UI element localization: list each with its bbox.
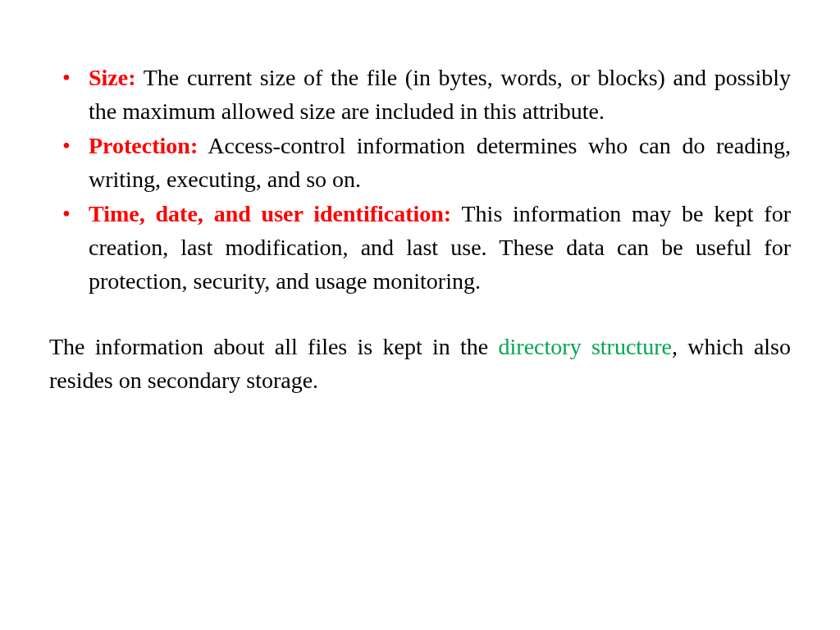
list-item: Time, date, and user identification: Thi… — [49, 198, 791, 298]
bullet-text: The current size of the file (in bytes, … — [89, 65, 791, 124]
bullet-label: Size: — [89, 65, 136, 90]
bullet-list: Size: The current size of the file (in b… — [49, 62, 791, 298]
paragraph-highlight: directory structure — [499, 334, 672, 359]
bullet-label: Protection: — [89, 133, 198, 158]
summary-paragraph: The information about all files is kept … — [49, 331, 791, 397]
list-item: Size: The current size of the file (in b… — [49, 62, 791, 128]
list-item: Protection: Access-control information d… — [49, 130, 791, 196]
slide-content: Size: The current size of the file (in b… — [49, 62, 791, 397]
bullet-label: Time, date, and user identification: — [89, 201, 451, 226]
paragraph-prefix: The information about all files is kept … — [49, 334, 499, 359]
